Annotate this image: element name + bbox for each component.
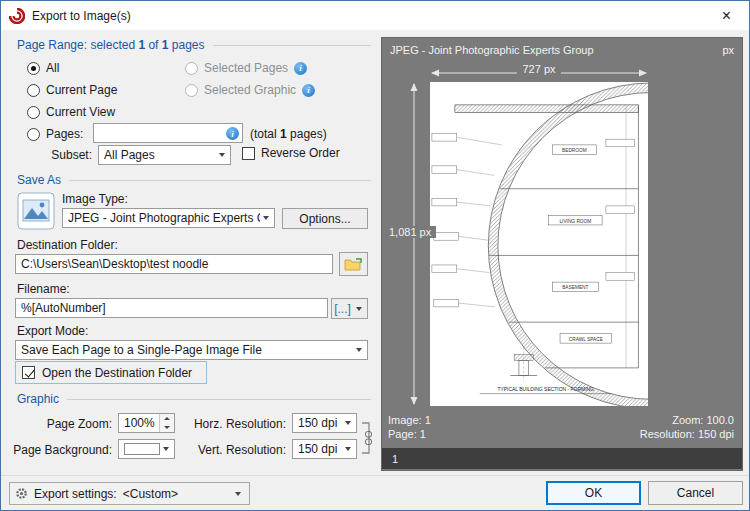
image-type-label: Image Type: [62, 192, 128, 206]
page-thumb-1[interactable]: 1 [392, 453, 398, 465]
title-bar[interactable]: Export to Image(s) × [1, 1, 749, 30]
spin-down-icon[interactable] [160, 423, 174, 432]
page-background-color-select[interactable] [118, 439, 175, 459]
radio-current-view-label: Current View [46, 105, 115, 119]
radio-pages-control[interactable] [27, 128, 40, 141]
options-button-label: Options... [299, 212, 350, 226]
folder-icon [344, 257, 363, 272]
architectural-drawing: BEDROOM LIVING ROOM BASEMENT CRAWL SPACE… [430, 82, 648, 406]
color-swatch [124, 443, 160, 455]
vert-resolution-select[interactable]: 150 dpi [292, 439, 357, 459]
browse-destination-button[interactable] [339, 252, 368, 276]
subset-select[interactable]: All Pages [98, 145, 231, 165]
page-zoom-label: Page Zoom: [47, 417, 112, 431]
radio-all[interactable]: All [27, 61, 59, 75]
thumbnail-strip[interactable]: 1 [382, 448, 742, 469]
total-pages-count: 1 [280, 127, 287, 141]
open-destination-folder-control[interactable] [22, 366, 35, 379]
preview-format-header: JPEG - Joint Photographic Experts Group [390, 44, 594, 56]
page-range-header-mid: of [145, 38, 162, 52]
radio-selected-graphic-control[interactable] [185, 84, 198, 97]
total-pages-text: (total 1 pages) [250, 127, 327, 141]
filename-label: Filename: [17, 282, 70, 296]
export-settings-label: Export settings: [34, 487, 117, 501]
gear-icon [15, 487, 28, 500]
reverse-order-checkbox[interactable]: Reverse Order [242, 146, 340, 160]
page-range-header-text: Page Range: selected [17, 38, 138, 52]
save-as-header: Save As [17, 173, 371, 187]
chevron-down-icon [263, 216, 269, 220]
total-pages-post: pages) [287, 127, 327, 141]
reverse-order-checkbox-control[interactable] [242, 147, 255, 160]
image-index-status: Image: 1 [388, 414, 431, 426]
page-zoom-stepper[interactable]: 100% [118, 413, 175, 433]
destination-folder-field[interactable] [15, 254, 333, 274]
radio-current-page-label: Current Page [46, 83, 117, 97]
destination-folder-label: Destination Folder: [17, 238, 118, 252]
chevron-down-icon [356, 307, 362, 311]
section-divider [213, 45, 371, 46]
width-dimension-label: 727 px [517, 63, 560, 75]
filename-input[interactable] [16, 299, 327, 317]
chevron-down-icon [219, 153, 225, 157]
app-logo-icon [9, 8, 25, 24]
radio-all-label: All [46, 61, 59, 75]
pages-range-field[interactable] [93, 123, 243, 143]
radio-selected-graphic[interactable]: Selected Graphic [185, 83, 315, 97]
save-as-header-text: Save As [17, 173, 61, 187]
destination-folder-input[interactable] [16, 255, 332, 273]
export-mode-select[interactable]: Save Each Page to a Single-Page Image Fi… [15, 340, 368, 360]
radio-selected-graphic-label: Selected Graphic [204, 83, 296, 97]
radio-pages[interactable]: Pages: [27, 127, 83, 141]
close-icon[interactable]: × [704, 1, 749, 30]
height-dimension: 1,081 px [384, 226, 436, 238]
radio-current-page[interactable]: Current Page [27, 83, 117, 97]
preview-page[interactable]: BEDROOM LIVING ROOM BASEMENT CRAWL SPACE… [430, 82, 648, 406]
chevron-down-icon [345, 447, 351, 451]
image-type-value: JPEG - Joint Photographic Experts Group [68, 211, 260, 225]
selected-graphic-info-icon[interactable] [302, 84, 315, 97]
open-destination-folder-checkbox[interactable]: Open the Destination Folder [15, 361, 207, 384]
cancel-button[interactable]: Cancel [648, 481, 743, 505]
selected-pages-info-icon[interactable] [294, 62, 307, 75]
chevron-down-icon [163, 447, 169, 451]
ok-button[interactable]: OK [546, 481, 641, 505]
selected-count: 1 [138, 38, 145, 52]
chevron-down-icon [356, 348, 362, 352]
radio-selected-pages-control[interactable] [185, 62, 198, 75]
export-settings-value: <Custom> [123, 487, 178, 501]
section-divider [67, 399, 371, 400]
page-range-header: Page Range: selected 1 of 1 pages [17, 38, 371, 52]
export-settings-button[interactable]: Export settings: <Custom> [9, 482, 250, 505]
radio-current-view[interactable]: Current View [27, 105, 115, 119]
radio-selected-pages[interactable]: Selected Pages [185, 61, 307, 75]
options-button[interactable]: Options... [282, 208, 368, 229]
filename-field[interactable] [15, 298, 328, 318]
export-mode-label: Export Mode: [17, 324, 88, 338]
page-background-label: Page Background: [13, 443, 112, 457]
chevron-down-icon [235, 492, 241, 496]
total-count: 1 [162, 38, 169, 52]
section-divider [69, 180, 371, 181]
page-zoom-value: 100% [119, 414, 159, 432]
pages-info-icon[interactable] [226, 127, 239, 140]
pages-range-input[interactable] [94, 124, 242, 142]
radio-current-page-control[interactable] [27, 84, 40, 97]
svg-text:CRAWL SPACE: CRAWL SPACE [569, 337, 603, 342]
image-type-select[interactable]: JPEG - Joint Photographic Experts Group [62, 208, 275, 228]
radio-all-control[interactable] [27, 62, 40, 75]
link-resolutions-icon[interactable] [359, 415, 373, 461]
ok-button-label: OK [585, 486, 602, 500]
spin-up-icon[interactable] [160, 414, 174, 423]
macro-button[interactable]: [...] [331, 298, 368, 319]
footer-divider [1, 475, 749, 476]
ruler-unit-label: px [722, 44, 734, 56]
macro-button-label: [...] [334, 302, 351, 316]
image-type-icon [17, 192, 55, 230]
radio-current-view-control[interactable] [27, 106, 40, 119]
svg-text:BASEMENT: BASEMENT [562, 285, 588, 290]
reverse-order-label: Reverse Order [261, 146, 340, 160]
preview-panel: JPEG - Joint Photographic Experts Group … [381, 37, 743, 471]
horz-resolution-select[interactable]: 150 dpi [292, 413, 357, 433]
graphic-header-text: Graphic [17, 392, 59, 406]
